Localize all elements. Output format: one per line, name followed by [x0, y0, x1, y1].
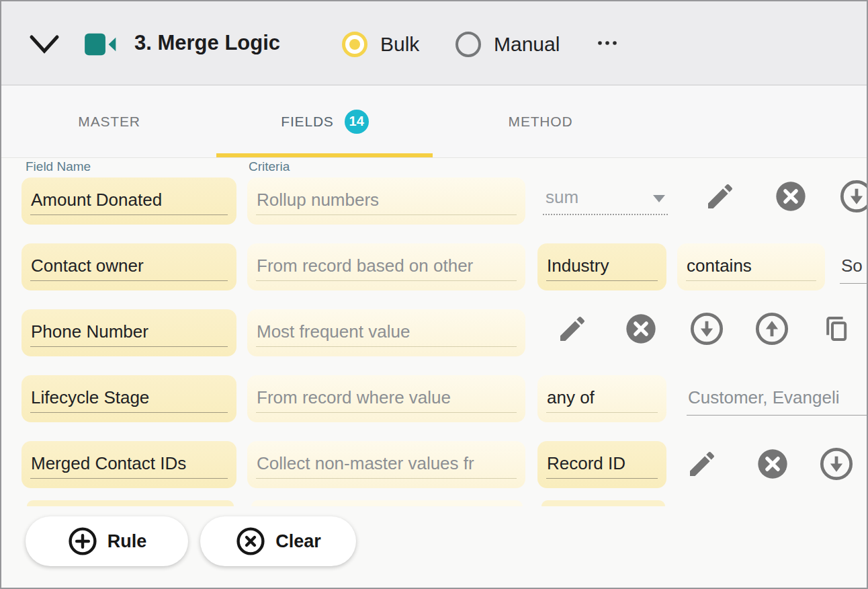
- field-name-text: Lifecycle Stage: [31, 387, 232, 408]
- edit-button[interactable]: [556, 313, 589, 345]
- criteria-input[interactable]: Collect non-master values fr: [247, 441, 525, 488]
- fields-count-badge: 14: [345, 110, 369, 134]
- chevron-down-icon: [28, 34, 60, 55]
- criteria-input[interactable]: From record based on other: [247, 243, 525, 290]
- input-underline: [30, 214, 228, 215]
- criteria-text: Collect non-master values fr: [257, 453, 521, 474]
- pencil-icon: [686, 448, 718, 480]
- step-title: 3. Merge Logic: [134, 31, 280, 55]
- criteria-input[interactable]: Rollup numbers: [247, 178, 525, 225]
- tab-method-label: METHOD: [509, 114, 573, 130]
- input-underline: [546, 478, 658, 479]
- radio-bulk-dot: [349, 39, 360, 50]
- operator-input[interactable]: any of: [537, 375, 666, 422]
- field-name-text: Merged Contact IDs: [31, 453, 232, 474]
- column-label-criteria: Criteria: [249, 159, 290, 174]
- x-circle-icon: [773, 179, 808, 214]
- tab-master[interactable]: MASTER: [1, 85, 217, 157]
- param-field-input[interactable]: Industry: [537, 243, 666, 290]
- criteria-text: Most frequent value: [257, 321, 521, 342]
- input-underline: [256, 214, 517, 215]
- field-name-input[interactable]: Amount Donated: [21, 178, 236, 225]
- aggregation-dropdown[interactable]: sum: [543, 178, 668, 215]
- input-underline: [546, 412, 658, 413]
- add-rule-button[interactable]: Rule: [26, 516, 188, 566]
- operator-text: any of: [547, 387, 662, 408]
- remove-button[interactable]: [773, 179, 808, 214]
- x-circle-outline-icon: [235, 526, 266, 557]
- next-row-field-peek[interactable]: [27, 500, 234, 506]
- aggregation-value: sum: [546, 187, 578, 208]
- clear-label: Clear: [275, 531, 321, 552]
- field-name-input[interactable]: Contact owner: [21, 243, 236, 290]
- move-down-button[interactable]: [839, 179, 868, 214]
- tab-method[interactable]: METHOD: [433, 85, 648, 157]
- move-up-button[interactable]: [754, 311, 789, 346]
- input-underline: [686, 280, 816, 281]
- edit-button[interactable]: [686, 448, 718, 480]
- pencil-icon: [704, 180, 736, 212]
- input-underline: [30, 280, 228, 281]
- tab-fields-label: FIELDS: [281, 114, 333, 130]
- chevron-down-icon: [653, 195, 665, 202]
- arrow-up-circle-icon: [754, 311, 789, 346]
- radio-manual-label[interactable]: Manual: [494, 33, 560, 56]
- pencil-icon: [556, 313, 589, 345]
- move-down-button[interactable]: [689, 311, 724, 346]
- tab-master-label: MASTER: [78, 114, 140, 130]
- move-down-button[interactable]: [819, 446, 854, 481]
- add-rule-label: Rule: [107, 531, 147, 552]
- radio-bulk-label[interactable]: Bulk: [380, 33, 419, 56]
- value-input[interactable]: So: [840, 246, 868, 284]
- param-field-input[interactable]: Record ID: [537, 441, 666, 488]
- next-row-criteria-peek[interactable]: [251, 500, 523, 506]
- field-name-input[interactable]: Phone Number: [21, 309, 236, 356]
- input-underline: [30, 412, 228, 413]
- field-name-input[interactable]: Lifecycle Stage: [21, 375, 236, 422]
- arrow-down-circle-icon: [839, 179, 868, 214]
- input-underline: [256, 478, 517, 479]
- field-name-text: Phone Number: [31, 321, 232, 342]
- duplicate-button[interactable]: [820, 313, 853, 345]
- criteria-text: Rollup numbers: [257, 190, 521, 210]
- param-text: Record ID: [547, 453, 662, 474]
- field-name-text: Amount Donated: [31, 190, 232, 210]
- videocam-icon: [81, 26, 120, 66]
- input-underline: [546, 280, 658, 281]
- copy-icon: [820, 313, 853, 345]
- field-name-input[interactable]: Merged Contact IDs: [21, 441, 236, 488]
- value-input[interactable]: Customer, Evangeli: [687, 378, 868, 416]
- input-underline: [256, 280, 517, 281]
- remove-button[interactable]: [755, 446, 790, 481]
- clear-button[interactable]: Clear: [200, 516, 356, 566]
- operator-input[interactable]: contains: [677, 243, 825, 290]
- ellipsis-icon: [597, 38, 619, 48]
- input-underline: [30, 346, 228, 347]
- next-row-param-peek[interactable]: [541, 500, 665, 506]
- input-underline: [256, 346, 517, 347]
- param-text: Industry: [547, 256, 662, 276]
- arrow-down-circle-icon: [689, 311, 724, 346]
- remove-button[interactable]: [623, 311, 658, 346]
- tab-bar: MASTER FIELDS 14 METHOD: [1, 85, 867, 158]
- x-circle-icon: [623, 311, 658, 346]
- panel-header: 3. Merge Logic Bulk Manual: [1, 1, 867, 85]
- value-text: So: [841, 256, 863, 276]
- criteria-input[interactable]: Most frequent value: [247, 309, 525, 356]
- field-name-text: Contact owner: [31, 256, 232, 276]
- active-tab-indicator: [216, 153, 433, 157]
- criteria-text: From record based on other: [257, 256, 521, 276]
- column-label-field-name: Field Name: [26, 159, 91, 174]
- edit-button[interactable]: [704, 180, 736, 212]
- value-text: Customer, Evangeli: [688, 387, 839, 408]
- collapse-button[interactable]: [28, 34, 60, 55]
- criteria-text: From record where value: [257, 387, 521, 408]
- input-underline: [30, 478, 228, 479]
- more-options-button[interactable]: [597, 38, 619, 48]
- operator-text: contains: [687, 256, 821, 276]
- plus-circle-icon: [67, 526, 98, 557]
- tab-fields[interactable]: FIELDS 14: [217, 85, 433, 157]
- radio-manual[interactable]: [455, 32, 481, 57]
- criteria-input[interactable]: From record where value: [247, 375, 525, 422]
- radio-bulk[interactable]: [342, 32, 367, 57]
